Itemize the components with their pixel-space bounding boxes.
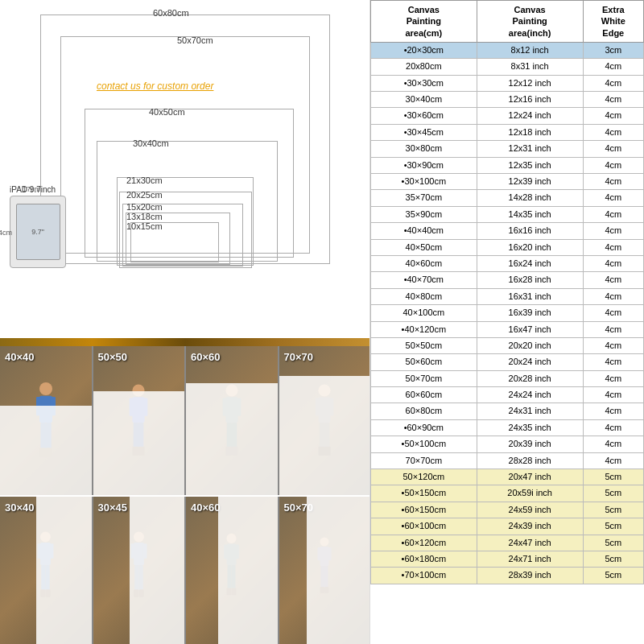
- cell-edge: 4cm: [583, 124, 643, 140]
- right-panel: CanvasPaintingarea(cm) CanvasPaintingare…: [370, 0, 644, 644]
- table-row: 60×60cm 24x24 inch 4cm: [371, 387, 644, 403]
- ipad-height-label: 24cm: [0, 229, 12, 237]
- cell-edge: 5cm: [583, 551, 643, 568]
- table-row: 70×70cm 28x28 inch 4cm: [371, 452, 644, 469]
- cell-inch: 8x31 inch: [477, 59, 583, 75]
- col-header-cm: CanvasPaintingarea(cm): [371, 1, 477, 43]
- cell-inch: 14x35 inch: [477, 206, 583, 222]
- cell-edge: 4cm: [583, 321, 643, 337]
- cell-size: 50×70cm: [371, 370, 477, 386]
- label-50x70: 50x70cm: [177, 35, 213, 45]
- cell-edge: 4cm: [583, 157, 643, 173]
- cell-inch: 24x24 inch: [477, 387, 583, 403]
- photo-cell-30x40: 30×40: [0, 497, 92, 644]
- cell-size: 20x80cm: [371, 59, 477, 75]
- cell-size: 70×70cm: [371, 452, 477, 469]
- cell-size: 60×80cm: [371, 403, 477, 419]
- cell-edge: 4cm: [583, 436, 643, 452]
- white-canvas-50x50: [93, 391, 185, 496]
- white-canvas-60x60: [186, 383, 278, 495]
- cell-edge: 4cm: [583, 272, 643, 288]
- table-row: 40×80cm 16x31 inch 4cm: [371, 288, 644, 304]
- table-row: •40×40cm 16x16 inch 4cm: [371, 223, 644, 239]
- table-row: 35×90cm 14x35 inch 4cm: [371, 206, 644, 222]
- cell-size: •40×40cm: [371, 223, 477, 239]
- cell-size: •30×100cm: [371, 174, 477, 190]
- table-row: •60×100cm 24x39 inch 5cm: [371, 518, 644, 535]
- cell-size: 30×40cm: [371, 92, 477, 108]
- cell-edge: 4cm: [583, 288, 643, 304]
- cell-size: •30×90cm: [371, 157, 477, 173]
- cell-inch: 12x18 inch: [477, 124, 583, 140]
- cell-edge: 4cm: [583, 141, 643, 157]
- label-50x50: 50×50: [98, 351, 128, 363]
- label-15x20: 15x20cm: [126, 202, 163, 212]
- cell-size: •60×120cm: [371, 535, 477, 551]
- cell-size: •30×60cm: [371, 108, 477, 124]
- cell-edge: 5cm: [583, 568, 643, 584]
- cell-edge: 4cm: [583, 452, 643, 469]
- label-30x40: 30×40: [5, 502, 35, 514]
- cell-edge: 3cm: [583, 42, 643, 58]
- svg-point-0: [39, 382, 52, 395]
- photo-cell-30x45: 30×45: [93, 497, 185, 644]
- cell-inch: 28x28 inch: [477, 452, 583, 469]
- label-60x60: 60×60: [191, 351, 221, 363]
- col-header-edge: ExtraWhiteEdge: [583, 1, 643, 43]
- cell-edge: 5cm: [583, 518, 643, 535]
- table-row: •40×70cm 16x28 inch 4cm: [371, 272, 644, 288]
- table-row: •30×60cm 12x24 inch 4cm: [371, 108, 644, 124]
- cell-inch: 24x35 inch: [477, 419, 583, 436]
- cell-inch: 16x31 inch: [477, 288, 583, 304]
- ipad-width-label: 17cm: [23, 185, 40, 193]
- table-row: •60×120cm 24x47 inch 5cm: [371, 535, 644, 551]
- table-row: •50×150cm 20x59i inch 5cm: [371, 485, 644, 502]
- cell-edge: 4cm: [583, 206, 643, 222]
- table-row: 40×50cm 16x20 inch 4cm: [371, 239, 644, 255]
- cell-edge: 4cm: [583, 108, 643, 124]
- size-table: CanvasPaintingarea(cm) CanvasPaintingare…: [370, 0, 644, 584]
- photo-cell-40x60: 40×60: [186, 497, 278, 644]
- white-canvas-40x60: [218, 497, 278, 644]
- photo-cell-60x60: 60×60: [186, 346, 278, 495]
- cell-edge: 4cm: [583, 59, 643, 75]
- cell-inch: 24x71 inch: [477, 551, 583, 568]
- cell-inch: 8x12 inch: [477, 42, 583, 58]
- cell-size: 35×90cm: [371, 206, 477, 222]
- label-30x45: 30×45: [98, 502, 128, 514]
- table-row: 50×70cm 20x28 inch 4cm: [371, 370, 644, 386]
- label-13x18: 13x18cm: [126, 212, 163, 221]
- cell-inch: 20x47 inch: [477, 469, 583, 485]
- cell-inch: 16x47 inch: [477, 321, 583, 337]
- cell-size: •60×90cm: [371, 419, 477, 436]
- cell-edge: 4cm: [583, 305, 643, 321]
- cell-inch: 16x20 inch: [477, 239, 583, 255]
- cell-inch: 28x39 inch: [477, 568, 583, 584]
- cell-inch: 24x39 inch: [477, 518, 583, 535]
- cell-size: 40×80cm: [371, 288, 477, 304]
- cell-edge: 4cm: [583, 403, 643, 419]
- cell-size: •50×150cm: [371, 485, 477, 502]
- cell-edge: 4cm: [583, 92, 643, 108]
- cell-inch: 24x31 inch: [477, 403, 583, 419]
- cell-size: 40×60cm: [371, 255, 477, 271]
- cell-edge: 4cm: [583, 337, 643, 353]
- photo-cell-70x70: 70×70: [279, 346, 371, 495]
- label-40x60: 40×60: [191, 502, 221, 514]
- cell-inch: 16x28 inch: [477, 272, 583, 288]
- cell-edge: 4cm: [583, 387, 643, 403]
- table-row: 50×60cm 20x24 inch 4cm: [371, 354, 644, 370]
- cell-inch: 20x39 inch: [477, 436, 583, 452]
- label-20x25: 20x25cm: [126, 190, 163, 200]
- cell-edge: 4cm: [583, 223, 643, 239]
- table-row: 30×40cm 12x16 inch 4cm: [371, 92, 644, 108]
- cell-inch: 24x59 inch: [477, 502, 583, 518]
- label-40x50: 40x50cm: [149, 107, 185, 117]
- cell-size: •20×30cm: [371, 42, 477, 58]
- table-row: •30×30cm 12x12 inch 4cm: [371, 75, 644, 91]
- label-30x40: 30x40cm: [133, 138, 169, 148]
- label-70x70: 70×70: [284, 351, 314, 363]
- table-row: 50×50cm 20x20 inch 4cm: [371, 337, 644, 353]
- cell-inch: 24x47 inch: [477, 535, 583, 551]
- cell-inch: 12x31 inch: [477, 141, 583, 157]
